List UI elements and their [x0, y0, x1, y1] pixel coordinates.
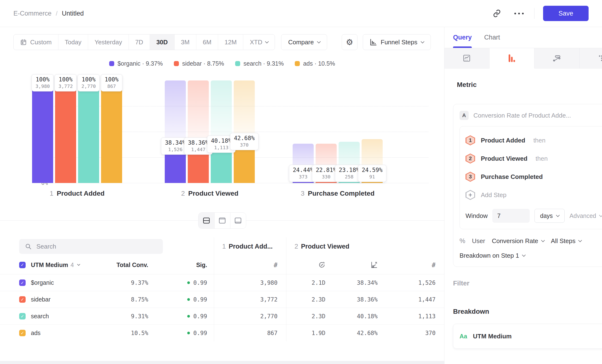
bar-ads-step2[interactable]: 42.68%370: [234, 80, 255, 183]
range-30d[interactable]: 30D: [150, 34, 174, 50]
cell-value: 8.75%: [131, 296, 148, 303]
chart-type-button[interactable]: Funnel Steps: [363, 34, 431, 50]
bar-count-value: 91: [362, 174, 383, 180]
bar-ads-step1[interactable]: 100%867: [101, 80, 122, 183]
bar-$organic-step1[interactable]: 100%3,980: [32, 80, 53, 183]
step1-count-header[interactable]: #: [214, 256, 286, 274]
query-step-2[interactable]: 2Product Viewedthen: [465, 150, 602, 168]
window-unit-select[interactable]: days: [535, 209, 565, 223]
group-column-header[interactable]: ✓ UTM Medium 4: [0, 256, 110, 274]
table-row-name[interactable]: ✓sidebar: [0, 291, 110, 308]
range-xtd[interactable]: XTD: [243, 34, 275, 50]
tab-chart[interactable]: Chart: [484, 27, 500, 48]
breakdown-property-card[interactable]: Aa UTM Medium: [453, 324, 602, 349]
step2-conv-cell: 38.34%: [334, 274, 386, 291]
tab-query[interactable]: Query: [453, 27, 472, 48]
sig-dot-icon: [187, 298, 190, 301]
tab-insights-chart[interactable]: [444, 48, 489, 68]
bar-search-step3[interactable]: 23.18%258: [339, 80, 360, 183]
range-7d[interactable]: 7D: [129, 34, 150, 50]
breadcrumb-project[interactable]: E-Commerce: [13, 10, 52, 17]
toggle-split-view[interactable]: [199, 213, 214, 228]
metric-title[interactable]: Conversion Rate of Product Adde...: [473, 112, 571, 119]
toggle-table-only-view[interactable]: [230, 213, 246, 228]
sig-value: 0.99: [193, 313, 207, 320]
range-custom[interactable]: Custom: [14, 34, 58, 50]
range-3m[interactable]: 3M: [174, 34, 196, 50]
bar-sidebar-step1[interactable]: 100%3,772: [55, 80, 76, 183]
percent-icon: %: [460, 237, 465, 245]
chart-settings-button[interactable]: ⚙: [342, 34, 357, 50]
funnel-steps-icon: [370, 39, 377, 46]
range-label: 12M: [225, 39, 237, 46]
step2-conv-header[interactable]: [334, 256, 386, 274]
bar-sidebar-step3[interactable]: 22.81%330: [316, 80, 337, 183]
table-search[interactable]: [19, 239, 163, 254]
table-row-name[interactable]: ✓ads: [0, 324, 110, 341]
bar-rate-value: 24.44%: [293, 167, 314, 173]
compare-label: Compare: [288, 39, 314, 46]
tab-funnel-bars[interactable]: [489, 48, 535, 68]
compare-button[interactable]: Compare: [281, 34, 327, 50]
legend-item[interactable]: $organic · 9.37%: [109, 60, 163, 67]
bar-sidebar-step2[interactable]: 38.36%1,447: [188, 80, 209, 183]
more-menu-button[interactable]: [512, 7, 526, 20]
bar-$organic-step2[interactable]: 38.34%1,526: [165, 80, 186, 183]
select-all-checkbox[interactable]: ✓: [19, 262, 26, 268]
sig-header[interactable]: Sig.: [157, 256, 214, 274]
window-value-input[interactable]: [492, 209, 530, 223]
horizontal-scrollbar[interactable]: [0, 361, 444, 364]
table-row-name[interactable]: ✓$organic: [0, 274, 110, 291]
toggle-chart-only-view[interactable]: [214, 213, 230, 228]
hash-icon: #: [274, 261, 278, 269]
breadcrumb-report-title[interactable]: Untitled: [62, 10, 84, 17]
bar-$organic-step3[interactable]: 24.44%373: [293, 80, 314, 183]
bar-search-step1[interactable]: 100%2,770: [78, 80, 99, 183]
tab-retention-dots[interactable]: [580, 48, 602, 68]
legend-item[interactable]: ads · 10.5%: [295, 60, 335, 67]
row-checkbox[interactable]: ✓: [19, 279, 26, 286]
range-today[interactable]: Today: [58, 34, 88, 50]
measure-select[interactable]: Conversion Rate: [492, 237, 544, 245]
step-number: 1: [222, 243, 226, 250]
chart-legend: $organic · 9.37%sidebar · 8.75%search · …: [0, 60, 444, 67]
bar-search-step2[interactable]: 40.18%1,113: [211, 80, 232, 183]
breadcrumb: E-Commerce / Untitled: [13, 10, 84, 17]
query-step-1[interactable]: 1Product Addedthen: [465, 131, 602, 150]
range-12m[interactable]: 12M: [218, 34, 243, 50]
save-button[interactable]: Save: [543, 6, 589, 21]
breakdown-on-step-select[interactable]: Breakdown on Step 1: [460, 252, 602, 259]
step2-avgtime-header[interactable]: [286, 256, 334, 274]
query-sidebar: Query Chart: [444, 27, 602, 364]
measure-config-row: % User Conversion Rate All Steps: [460, 237, 602, 245]
row-checkbox[interactable]: ✓: [19, 330, 26, 336]
bar-ads-step3[interactable]: 24.59%91: [362, 80, 383, 183]
conversion-chart-icon: [370, 261, 378, 268]
advanced-toggle[interactable]: Advanced: [570, 212, 602, 219]
query-step-3[interactable]: 3Purchase Completed: [465, 168, 602, 186]
entity-label[interactable]: User: [472, 237, 485, 245]
table-row-name[interactable]: ✓search: [0, 308, 110, 324]
bar-rate-value: 42.68%: [234, 135, 255, 141]
steps-scope-select[interactable]: All Steps: [551, 237, 582, 245]
step-hexagon-badge: 2: [465, 153, 475, 164]
metric-heading: Metric: [457, 81, 602, 89]
bar-rate-value: 100%: [105, 76, 118, 83]
legend-item[interactable]: sidebar · 8.75%: [174, 60, 224, 67]
step-then-label: then: [536, 155, 548, 162]
search-input[interactable]: [36, 243, 151, 250]
share-link-button[interactable]: [490, 7, 504, 20]
row-checkbox[interactable]: ✓: [19, 313, 26, 320]
tab-flows[interactable]: [535, 48, 580, 68]
total-conv-header[interactable]: Total Conv.: [110, 256, 157, 274]
add-step-button[interactable]: + Add Step: [465, 186, 602, 204]
insights-chart-icon: [462, 54, 471, 63]
row-checkbox[interactable]: ✓: [19, 296, 26, 303]
range-6m[interactable]: 6M: [196, 34, 218, 50]
range-yesterday[interactable]: Yesterday: [88, 34, 129, 50]
legend-item[interactable]: search · 9.31%: [235, 60, 284, 67]
bar-rate-value: 22.81%: [316, 167, 337, 173]
step2-count-header[interactable]: #: [386, 256, 444, 274]
legend-label: sidebar · 8.75%: [182, 60, 224, 67]
sig-cell: 0.99: [157, 308, 214, 324]
